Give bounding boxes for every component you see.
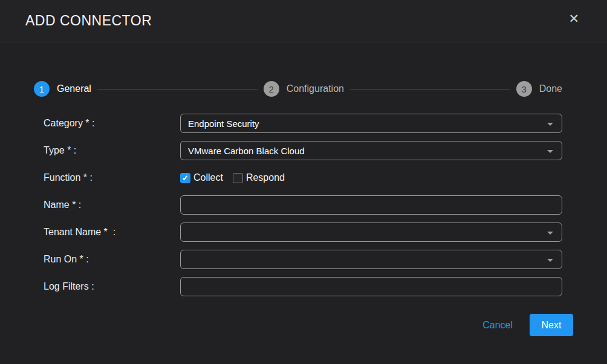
tenant-name-label: Tenant Name * : [44, 227, 180, 238]
chevron-down-icon [547, 259, 553, 262]
log-filters-label: Log Filters : [44, 281, 180, 292]
add-connector-dialog: ADD CONNECTOR ✕ 1 General 2 Configuratio… [0, 0, 607, 364]
step-configuration[interactable]: 2 Configuration [264, 81, 344, 97]
type-select[interactable]: VMware Carbon Black Cloud [180, 141, 562, 160]
collect-checkbox[interactable]: Collect [180, 172, 223, 183]
step-done[interactable]: 3 Done [516, 81, 562, 97]
next-button[interactable]: Next [530, 314, 573, 336]
name-label: Name * : [44, 200, 180, 210]
respond-checkbox[interactable]: Respond [233, 172, 285, 183]
cancel-button[interactable]: Cancel [482, 320, 513, 331]
step-2-circle: 2 [264, 81, 279, 97]
step-connector-line [350, 89, 510, 89]
respond-checkbox-label: Respond [246, 172, 285, 183]
step-connector-line [97, 89, 258, 89]
checkbox-icon[interactable] [233, 173, 243, 183]
category-row: Category * : Endpoint Security [44, 114, 562, 133]
tenant-name-row: Tenant Name * : [44, 223, 562, 242]
step-wizard: 1 General 2 Configuration 3 Done [34, 81, 562, 97]
function-row: Function * : Collect Respond [44, 168, 562, 187]
chevron-down-icon [547, 150, 553, 153]
close-icon[interactable]: ✕ [566, 10, 582, 27]
step-2-label: Configuration [287, 83, 344, 94]
type-row: Type * : VMware Carbon Black Cloud [44, 141, 562, 160]
run-on-select[interactable] [180, 250, 562, 269]
dialog-title: ADD CONNECTOR [25, 13, 152, 29]
step-3-circle: 3 [516, 81, 532, 97]
log-filters-row: Log Filters : [44, 277, 562, 296]
name-row: Name * : [44, 195, 562, 215]
checkbox-icon[interactable] [180, 173, 190, 183]
chevron-down-icon [547, 232, 553, 235]
function-options: Collect Respond [180, 172, 294, 183]
dialog-header: ADD CONNECTOR ✕ [0, 0, 607, 42]
step-1-label: General [57, 83, 91, 94]
step-general[interactable]: 1 General [34, 81, 91, 97]
category-selected-value: Endpoint Security [188, 119, 259, 129]
step-1-circle: 1 [34, 81, 50, 97]
function-label: Function * : [44, 172, 180, 183]
tenant-name-select[interactable] [180, 223, 562, 242]
type-selected-value: VMware Carbon Black Cloud [188, 146, 305, 156]
category-select[interactable]: Endpoint Security [180, 114, 562, 133]
run-on-label: Run On * : [44, 254, 180, 265]
name-input[interactable] [180, 195, 562, 215]
chevron-down-icon [547, 123, 553, 126]
collect-checkbox-label: Collect [193, 172, 223, 183]
step-3-label: Done [539, 83, 562, 94]
dialog-footer: Cancel Next [0, 314, 573, 336]
category-label: Category * : [44, 118, 180, 129]
type-label: Type * : [44, 145, 180, 156]
log-filters-input[interactable] [180, 277, 562, 296]
connector-form: Category * : Endpoint Security Type * : … [44, 114, 562, 304]
run-on-row: Run On * : [44, 250, 562, 269]
